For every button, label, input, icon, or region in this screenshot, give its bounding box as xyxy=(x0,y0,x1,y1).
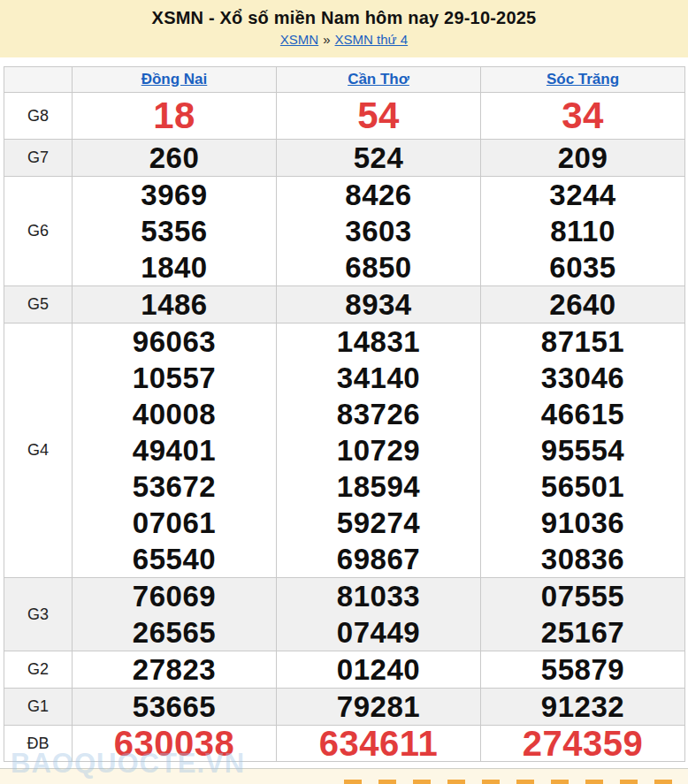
prize-number: 33046 xyxy=(481,360,684,396)
prize-row-g5: G5148689342640 xyxy=(4,286,685,323)
prize-number: 8934 xyxy=(277,286,480,323)
prize-number: 274359 xyxy=(481,726,684,761)
prize-values-cell: 274359 xyxy=(481,726,685,762)
prize-values-cell: 27823 xyxy=(73,651,277,689)
prize-number: 83726 xyxy=(277,396,480,432)
breadcrumb-separator: » xyxy=(323,32,330,47)
prize-number: 69867 xyxy=(277,541,480,577)
prize-number: 95554 xyxy=(481,432,684,468)
prize-number: 3603 xyxy=(277,213,480,249)
prize-number: 6035 xyxy=(481,249,684,285)
prize-number: 2640 xyxy=(481,286,684,323)
prize-row-đb: ĐB630038634611274359 xyxy=(4,726,685,762)
column-header-can-tho: Cần Thơ xyxy=(277,67,481,93)
orange-dashed-border xyxy=(344,780,688,784)
prize-row-g8: G8185434 xyxy=(4,93,685,140)
prize-number: 5356 xyxy=(73,213,276,249)
corner-cell xyxy=(4,67,73,93)
prize-number: 34 xyxy=(481,93,684,139)
prize-number: 1840 xyxy=(73,249,276,285)
prize-values-cell: 18 xyxy=(73,93,277,140)
prize-values-cell: 634611 xyxy=(277,726,481,762)
prize-values-cell: 7606926565 xyxy=(73,578,277,651)
lottery-results-table: Đồng Nai Cần Thơ Sóc Trăng G8185434G7260… xyxy=(4,66,685,762)
prize-values-cell: 1486 xyxy=(73,286,277,323)
prize-number: 8426 xyxy=(277,177,480,213)
prize-number: 209 xyxy=(481,140,684,176)
prize-number: 01240 xyxy=(277,651,480,688)
prize-row-g7: G7260524209 xyxy=(4,140,685,177)
table-header-row: Đồng Nai Cần Thơ Sóc Trăng xyxy=(4,67,685,93)
breadcrumb: XSMN»XSMN thứ 4 xyxy=(0,32,688,47)
prize-values-cell: 34 xyxy=(481,93,685,140)
prize-number: 46615 xyxy=(481,396,684,432)
prize-number: 40008 xyxy=(73,396,276,432)
prize-values-cell: 55879 xyxy=(481,651,685,689)
prize-number: 54 xyxy=(277,93,480,139)
prize-number: 6850 xyxy=(277,249,480,285)
prize-values-cell: 01240 xyxy=(277,651,481,689)
prize-number: 27823 xyxy=(73,651,276,688)
prize-row-g2: G2278230124055879 xyxy=(4,651,685,689)
prize-number: 76069 xyxy=(73,578,276,614)
prize-values-cell: 2640 xyxy=(481,286,685,323)
prize-values-cell: 79281 xyxy=(277,689,481,726)
prize-number: 30836 xyxy=(481,541,684,577)
page-banner: XSMN - Xổ số miền Nam hôm nay 29-10-2025… xyxy=(0,0,688,57)
prize-values-cell: 8934 xyxy=(277,286,481,323)
prize-label: G5 xyxy=(4,286,73,323)
prize-number: 18 xyxy=(73,93,276,139)
prize-label: G1 xyxy=(4,689,73,726)
prize-number: 524 xyxy=(277,140,480,176)
prize-values-cell: 8103307449 xyxy=(277,578,481,651)
prize-number: 07061 xyxy=(73,505,276,541)
prize-label: G3 xyxy=(4,578,73,651)
prize-values-cell: 630038 xyxy=(73,726,277,762)
prize-label: G2 xyxy=(4,651,73,689)
prize-number: 10729 xyxy=(277,432,480,468)
prize-number: 10557 xyxy=(73,360,276,396)
province-link-can-tho[interactable]: Cần Thơ xyxy=(348,71,409,88)
prize-label: G8 xyxy=(4,93,73,140)
prize-number: 1486 xyxy=(73,286,276,323)
prize-number: 14831 xyxy=(277,323,480,360)
prize-number: 91036 xyxy=(481,505,684,541)
prize-number: 65540 xyxy=(73,541,276,577)
prize-values-cell: 87151330464661595554565019103630836 xyxy=(481,323,685,578)
prize-number: 260 xyxy=(73,140,276,176)
breadcrumb-link-xsmn-thu4[interactable]: XSMN thứ 4 xyxy=(335,32,409,47)
prize-number: 634611 xyxy=(277,726,480,761)
province-link-dong-nai[interactable]: Đồng Nai xyxy=(141,71,208,88)
prize-row-g6: G6396953561840842636036850324481106035 xyxy=(4,177,685,286)
column-header-soc-trang: Sóc Trăng xyxy=(481,67,685,93)
prize-number: 81033 xyxy=(277,578,480,614)
breadcrumb-link-xsmn[interactable]: XSMN xyxy=(280,32,318,47)
prize-number: 55879 xyxy=(481,651,684,688)
prize-label: G6 xyxy=(4,177,73,286)
prize-values-cell: 209 xyxy=(481,140,685,177)
prize-number: 79281 xyxy=(277,689,480,725)
prize-number: 26565 xyxy=(73,614,276,651)
prize-values-cell: 91232 xyxy=(481,689,685,726)
prize-label: G7 xyxy=(4,140,73,177)
prize-values-cell: 842636036850 xyxy=(277,177,481,286)
prize-number: 07555 xyxy=(481,578,684,614)
prize-number: 59274 xyxy=(277,505,480,541)
prize-values-cell: 14831341408372610729185945927469867 xyxy=(277,323,481,578)
prize-row-g1: G1536657928191232 xyxy=(4,689,685,726)
prize-label: ĐB xyxy=(4,726,73,762)
prize-number: 630038 xyxy=(73,726,276,761)
prize-values-cell: 260 xyxy=(73,140,277,177)
prize-number: 34140 xyxy=(277,360,480,396)
province-link-soc-trang[interactable]: Sóc Trăng xyxy=(547,71,619,88)
prize-number: 3969 xyxy=(73,177,276,213)
prize-number: 07449 xyxy=(277,614,480,651)
prize-row-g3: G3760692656581033074490755525167 xyxy=(4,578,685,651)
prize-row-g4: G496063105574000849401536720706165540148… xyxy=(4,323,685,578)
prize-number: 8110 xyxy=(481,213,684,249)
prize-number: 56501 xyxy=(481,468,684,505)
prize-number: 87151 xyxy=(481,323,684,360)
prize-values-cell: 324481106035 xyxy=(481,177,685,286)
prize-values-cell: 54 xyxy=(277,93,481,140)
prize-values-cell: 96063105574000849401536720706165540 xyxy=(73,323,277,578)
